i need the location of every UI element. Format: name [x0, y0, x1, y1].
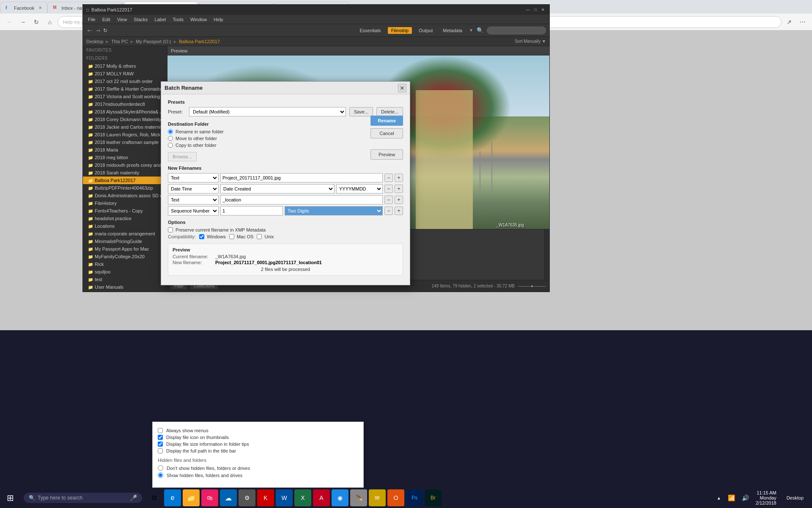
radio-move-other[interactable]: Move to other folder [168, 136, 403, 141]
taskbar-search[interactable]: 🔍 Type here to search 🎤 [24, 493, 142, 503]
fn-type-select-4[interactable]: Sequence NumberTextDate Time [168, 206, 219, 215]
explorer-icon: 📁 [187, 494, 195, 502]
app4-icon: 🪶 [355, 494, 362, 501]
taskbar-day: Monday [756, 495, 776, 500]
fn-minus-2[interactable]: − [384, 185, 393, 193]
fn-minus-3[interactable]: − [384, 196, 393, 204]
preview-button[interactable]: Preview [370, 149, 403, 160]
radio-copy-other[interactable]: Copy to other folder [168, 143, 403, 148]
fn-date-select-2[interactable]: Date Created [220, 184, 335, 193]
mail-icon: ✉ [375, 494, 380, 501]
app3-icon: ◉ [337, 494, 343, 501]
browse-button[interactable]: Browse... [168, 152, 197, 161]
preserve-checkbox-row: Preserve current filename in XMP Metadat… [168, 227, 403, 232]
taskbar-time-value: 11:15 AM [756, 490, 776, 495]
taskbar-photoshop[interactable]: Ps [406, 489, 423, 506]
fn-type-select-2[interactable]: Date TimeTextSequence Number [168, 184, 219, 193]
taskbar-acrobat[interactable]: A [313, 489, 330, 506]
taskbar-date: 2/12/2018 [756, 500, 776, 505]
taskbar-excel[interactable]: X [294, 489, 311, 506]
taskbar-explorer[interactable]: 📁 [183, 489, 200, 506]
taskbar-word[interactable]: W [276, 489, 293, 506]
windows-checkbox[interactable] [199, 234, 204, 239]
dialog-preview-new-label: New filename: [173, 260, 213, 265]
dialog-title: Batch Rename [165, 85, 398, 91]
fn-digits-select-4[interactable]: Two Digits [285, 206, 383, 215]
filename-row-3: TextDate TimeSequence NumberPreserved Fi… [168, 195, 403, 204]
taskbar-edge[interactable]: e [164, 489, 181, 506]
taskbar-wifi-icon: 📶 [728, 494, 735, 501]
dialog-preview-section: Preview Current filename: _W1A7634.jpg N… [168, 243, 403, 276]
compatibility-row: Compatibility: Windows Mac OS Unix [168, 234, 403, 239]
fn-type-select-1[interactable]: TextDate TimeSequence NumberPreserved Fi… [168, 173, 219, 182]
compatibility-label: Compatibility: [168, 234, 196, 239]
fn-value-input-1[interactable] [220, 173, 383, 182]
filename-row-2: Date TimeTextSequence Number Date Create… [168, 184, 403, 193]
options-label: Options [168, 220, 403, 225]
taskbar-desktop-btn[interactable]: Desktop [783, 495, 807, 500]
radio-copy-other-input[interactable] [168, 143, 173, 148]
unix-label: Unix [264, 234, 274, 239]
cancel-button[interactable]: Cancel [370, 128, 403, 138]
fn-value-input-3[interactable] [220, 195, 383, 204]
fn-value-input-4[interactable] [220, 206, 283, 215]
taskbar-volume-icon: 🔊 [742, 494, 749, 501]
filename-row-1: TextDate TimeSequence NumberPreserved Fi… [168, 173, 403, 182]
radio-rename-same[interactable]: Rename in same folder [168, 129, 403, 134]
taskbar-app5[interactable]: O [387, 489, 404, 506]
fn-plus-3[interactable]: + [395, 196, 403, 204]
delete-preset-button[interactable]: Delete... [376, 107, 403, 116]
dialog-body: Rename Cancel Preview Presets Preset: De… [161, 94, 410, 285]
macos-compat[interactable]: Mac OS [229, 234, 254, 239]
save-preset-button[interactable]: Save... [349, 107, 373, 116]
fn-type-select-3[interactable]: TextDate TimeSequence NumberPreserved Fi… [168, 195, 219, 204]
taskbar-mail[interactable]: ✉ [369, 489, 386, 506]
windows-compat[interactable]: Windows [199, 234, 226, 239]
dialog-preview-new-value: Project_20171117_0001.jpg20171117_locati… [215, 260, 322, 265]
taskbar-app1[interactable]: ⚙ [239, 489, 255, 506]
destination-folder-label: Destination Folder [168, 121, 403, 127]
fn-plus-4[interactable]: + [395, 207, 403, 215]
start-button[interactable]: ⊞ [0, 488, 20, 508]
preset-select[interactable]: Default (Modified) [189, 107, 346, 116]
radio-rename-same-input[interactable] [168, 129, 173, 134]
unix-checkbox[interactable] [257, 234, 262, 239]
bridge-app-icon: Br [431, 495, 436, 501]
dialog-preview-current-label: Current filename: [173, 254, 213, 259]
rename-button[interactable]: Rename [370, 116, 403, 126]
dialog-overlay: Batch Rename ✕ Rename Cancel Preview Pre… [0, 0, 812, 508]
taskbar-search-icon: 🔍 [29, 495, 35, 501]
preserve-checkbox[interactable] [168, 227, 173, 232]
presets-label: Presets [168, 99, 403, 105]
taskbar-mic-icon: 🎤 [130, 494, 137, 501]
fn-format-select-2[interactable]: YYYYMMDD [336, 184, 383, 193]
fn-minus-4[interactable]: − [384, 207, 393, 215]
windows-label: Windows [207, 234, 226, 239]
dialog-preview-current-value: _W1A7634.jpg [215, 254, 246, 259]
macos-label: Mac OS [237, 234, 254, 239]
dialog-preview-current: Current filename: _W1A7634.jpg [173, 254, 398, 259]
taskbar-taskview[interactable]: ⧉ [145, 489, 162, 506]
taskbar-store[interactable]: 🛍 [201, 489, 218, 506]
taskbar-app2[interactable]: K [257, 489, 274, 506]
taskbar-bridge[interactable]: Br [425, 489, 442, 506]
photoshop-icon: Ps [411, 495, 417, 501]
dialog-close-button[interactable]: ✕ [398, 84, 406, 92]
fn-plus-1[interactable]: + [395, 174, 403, 182]
macos-checkbox[interactable] [229, 234, 234, 239]
options-section: Options Preserve current filename in XMP… [168, 220, 403, 239]
taskbar-onedrive[interactable]: ☁ [220, 489, 237, 506]
fn-minus-1[interactable]: − [384, 174, 393, 182]
fn-plus-2[interactable]: + [395, 185, 403, 193]
taskbar-chevron[interactable]: ▲ [717, 496, 721, 500]
taskbar-app3[interactable]: ◉ [332, 489, 348, 506]
taskbar-icons: ⧉ e 📁 🛍 ☁ ⚙ K W X A ◉ [145, 489, 442, 506]
taskbar-app4[interactable]: 🪶 [350, 489, 367, 506]
destination-radio-group: Rename in same folder Move to other fold… [168, 129, 403, 148]
taskbar-time: 11:15 AM Monday 2/12/2018 [756, 490, 776, 505]
preserve-label: Preserve current filename in XMP Metadat… [176, 227, 266, 232]
app2-icon: K [263, 494, 267, 501]
unix-compat[interactable]: Unix [257, 234, 274, 239]
dialog-titlebar: Batch Rename ✕ [161, 82, 410, 94]
radio-move-other-input[interactable] [168, 136, 173, 141]
